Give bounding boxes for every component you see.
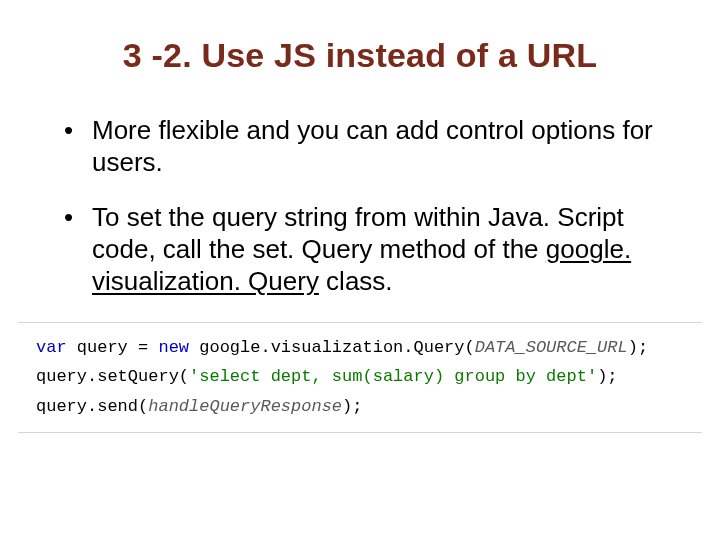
code-arg: DATA_SOURCE_URL — [475, 338, 628, 357]
code-text: = — [138, 338, 148, 357]
code-text: query — [67, 338, 138, 357]
code-keyword: new — [158, 338, 189, 357]
bullet-text: class. — [319, 266, 393, 296]
code-block: var query = new google.visualization.Que… — [18, 322, 702, 433]
list-item: More flexible and you can add control op… — [64, 115, 658, 178]
slide-title: 3 -2. Use JS instead of a URL — [52, 36, 668, 75]
code-text: query. — [36, 397, 97, 416]
code-text: query. — [36, 367, 97, 386]
code-keyword: var — [36, 338, 67, 357]
code-text — [148, 338, 158, 357]
code-method: send — [97, 397, 138, 416]
code-class: Query — [413, 338, 464, 357]
code-arg: handleQueryResponse — [148, 397, 342, 416]
bullet-list: More flexible and you can add control op… — [52, 115, 668, 298]
code-text: google.visualization. — [189, 338, 413, 357]
code-method: setQuery — [97, 367, 179, 386]
list-item: To set the query string from within Java… — [64, 202, 658, 297]
bullet-text: To set the query string from within Java… — [92, 202, 624, 264]
code-string: 'select dept, sum(salary) group by dept' — [189, 367, 597, 386]
